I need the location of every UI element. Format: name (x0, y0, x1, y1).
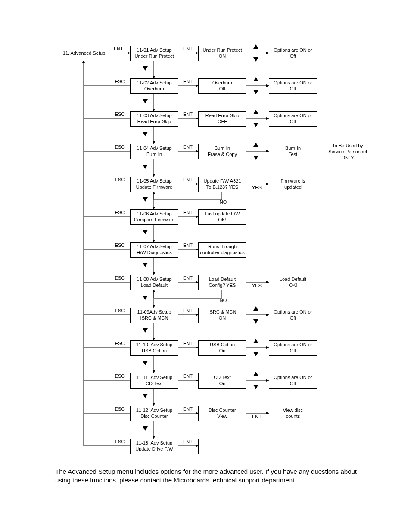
state-line2: OFF (218, 119, 227, 125)
result-line1: Options are ON or (274, 80, 312, 86)
menu-box-8: 11-09Adv SetupISRC & MCN (130, 308, 178, 323)
menu-box-9: 11-10. Adv SetupUSB Option (130, 340, 178, 356)
result-box-0: Options are ON orOff (269, 46, 317, 61)
result-line2: counts (286, 414, 300, 420)
result-box-3: Burn-InTest (269, 144, 317, 159)
esc-label-3: ESC (111, 144, 128, 150)
note-3: To Be Used byService PersonnelONLY (324, 143, 371, 162)
menu-line2: Update Firmware (136, 184, 172, 190)
state-box-8: ISRC & MCNON (198, 308, 246, 323)
result-box-7: Load DefaultOK! (269, 275, 317, 290)
ent-label-root: ENT (110, 46, 127, 52)
state-line2: Erase & Copy (208, 152, 237, 158)
result-line1: Options are ON or (274, 342, 312, 348)
down-nav-icon-11 (143, 426, 148, 431)
esc-label-4: ESC (111, 177, 128, 183)
esc-label-8: ESC (111, 308, 128, 314)
state-line2: On (219, 348, 226, 354)
down-icon-2 (253, 123, 258, 127)
result-line2: OK! (289, 283, 297, 289)
state-line1: Last update F/W (205, 211, 240, 217)
menu-line1: 11-01 Adv Setup (137, 47, 171, 53)
menu-line2: Read Error Skip (137, 119, 171, 125)
menu-line1: 11-09Adv Setup (137, 309, 171, 315)
result-line1: Load Default (280, 277, 306, 283)
esc-label-7: ESC (111, 275, 128, 281)
up-icon-0 (253, 44, 258, 49)
state-box-12 (198, 439, 246, 454)
menu-line1: 11-02 Adv Setup (137, 80, 171, 86)
state-line2: controller diagnostics (200, 250, 244, 256)
menu-box-10: 11-11. Adv SetupCD-Text (130, 373, 178, 389)
no-label-7: NO (217, 298, 230, 304)
state-box-7: Load DefaultConfig? YES (198, 275, 246, 290)
result-line2: updated (284, 184, 302, 190)
result-line1: Options are ON or (274, 47, 312, 53)
ent-label-10: ENT (179, 373, 196, 380)
menu-line1: 11-13. Adv Setup (136, 440, 172, 446)
menu-box-4: 11-05 Adv SetupUpdate Firmware (130, 177, 178, 192)
esc-label-1: ESC (111, 79, 128, 85)
down-nav-icon-4 (143, 197, 148, 202)
root-box: 11. Advanced Setup (60, 46, 108, 61)
state-line1: ISRC & MCN (209, 309, 237, 315)
state-line2: To B.123? YES (206, 184, 238, 190)
menu-line2: H/W Diagnostics (137, 250, 171, 256)
up-icon-8 (253, 306, 258, 311)
up-icon-9 (253, 339, 258, 343)
description-paragraph: The Advanced Setup menu includes options… (55, 467, 357, 498)
menu-box-0: 11-01 Adv SetupUnder Run Protect (130, 46, 178, 61)
state-box-3: Burn-InErase & Copy (198, 144, 246, 159)
up-icon-10 (253, 372, 258, 376)
down-icon-10 (253, 385, 258, 389)
esc-label-11: ESC (111, 406, 128, 412)
state-line2: On (219, 381, 226, 387)
ent-label-6: ENT (179, 243, 196, 249)
menu-line2: Under Run Protect (134, 53, 174, 59)
menu-line1: 11-12. Adv Setup (136, 408, 172, 414)
down-nav-icon-2 (143, 132, 148, 136)
state-line1: Under Run Protect (202, 47, 242, 53)
ent-label-3: ENT (179, 144, 196, 150)
ent-label-9: ENT (179, 341, 196, 347)
state-box-1: OverburnOff (198, 78, 246, 94)
state-line1: CD-Text (214, 375, 231, 381)
menu-box-7: 11-08 Adv SetupLoad Default (130, 275, 178, 290)
down-nav-icon-7 (143, 296, 148, 300)
state-line2: ON (219, 315, 226, 321)
state-line1: Update F/W A321 (204, 178, 241, 184)
down-nav-icon-8 (143, 328, 148, 333)
mid-label-7: YES (248, 283, 265, 289)
menu-box-2: 11-03 Adv SetupRead Error Skip (130, 111, 178, 127)
ent-label-0: ENT (179, 46, 196, 52)
state-line1: Disc Counter (209, 408, 236, 414)
state-line2: ON (219, 53, 226, 59)
result-line1: View disc (283, 408, 303, 414)
ent-label-2: ENT (179, 112, 196, 118)
ent-label-12: ENT (179, 439, 196, 445)
state-line1: Burn-In (215, 146, 230, 152)
state-line1: Read Error Skip (206, 113, 239, 119)
down-icon-0 (253, 57, 258, 62)
menu-line1: 11-07 Adv Setup (137, 244, 171, 250)
menu-line1: 11-05 Adv Setup (137, 178, 171, 184)
down-icon-8 (253, 319, 258, 324)
result-line2: Off (290, 381, 296, 387)
menu-line2: Overburn (144, 86, 164, 92)
down-nav-icon-5 (143, 230, 148, 234)
state-box-10: CD-TextOn (198, 373, 246, 389)
result-box-10: Options are ON orOff (269, 373, 317, 389)
menu-line1: 11-10. Adv Setup (136, 342, 172, 348)
menu-line2: Burn-In (146, 152, 162, 158)
menu-line2: ISRC & MCN (140, 315, 168, 321)
esc-label-6: ESC (111, 243, 128, 249)
esc-label-12: ESC (111, 439, 128, 445)
result-line2: Off (290, 53, 296, 59)
state-box-5: Last update F/WOK! (198, 209, 246, 225)
menu-line2: Load Default (141, 283, 168, 289)
menu-box-1: 11-02 Adv SetupOverburn (130, 78, 178, 94)
menu-line2: CD-Text (146, 381, 163, 387)
result-box-8: Options are ON orOff (269, 308, 317, 323)
menu-box-6: 11-07 Adv SetupH/W Diagnostics (130, 242, 178, 258)
state-line1: Load Default (209, 277, 236, 283)
